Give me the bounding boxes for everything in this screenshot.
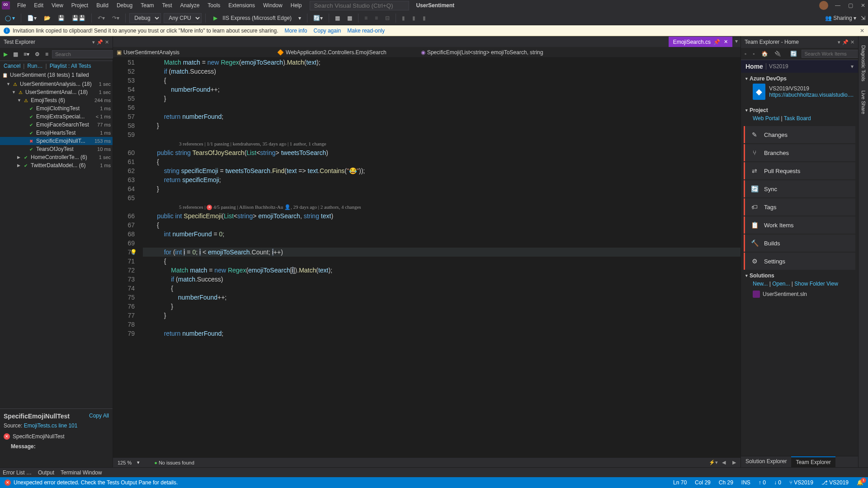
new-project-button[interactable]: 📄▾ (25, 14, 39, 23)
browser-link-button[interactable]: 🔄▾ (311, 14, 325, 23)
playlist-link[interactable]: Playlist : All Tests (50, 63, 91, 69)
lightbulb-icon[interactable]: 💡 (130, 248, 137, 257)
test-tree-item[interactable]: ✔EmojiClothingTest1 ms (0, 104, 113, 113)
test-tree-item[interactable]: ▶✔HomeControllerTe... (6)1 sec (0, 153, 113, 161)
test-tree-item[interactable]: ▶✔TwitterDataModel... (6)1 ms (0, 161, 113, 169)
test-tree-item[interactable]: ▼⚠UserSentimentAnal... (18)1 sec (0, 88, 113, 96)
nav-back-button[interactable]: ◯ ▾ (3, 14, 17, 23)
quick-launch-input[interactable] (310, 1, 409, 10)
run-link[interactable]: Run… (27, 63, 42, 69)
connect-button[interactable]: 🔌 (773, 50, 783, 58)
web-portal-link[interactable]: Web Portal (753, 115, 779, 122)
panel-close-icon[interactable]: ✕ (105, 39, 109, 45)
solutions-header[interactable]: ▾Solutions (745, 272, 854, 279)
diagnostic-tools-tab[interactable]: Diagnostic Tools (861, 45, 866, 81)
close-button[interactable]: ✕ (860, 2, 866, 9)
crumb-method[interactable]: SpecificEmoji(List<string> emojiToSearch… (427, 49, 543, 56)
tile-changes[interactable]: ✎Changes (744, 126, 855, 143)
sharing-button[interactable]: 👥 Sharing ▾ (825, 15, 856, 21)
panel-dropdown-icon[interactable]: ▾ (92, 39, 95, 45)
status-repo[interactable]: ⑂ VS2019 (789, 479, 813, 486)
tile-work-items[interactable]: 📋Work Items (744, 216, 855, 234)
zoom-level[interactable]: 125 % (118, 460, 132, 465)
menu-build[interactable]: Build (93, 0, 112, 10)
copy-again-link[interactable]: Copy again (314, 28, 341, 34)
run-all-button[interactable]: ▶ (2, 50, 9, 59)
new-solution-link[interactable]: New... (753, 281, 768, 287)
notifications-button[interactable]: 🔔1 (857, 479, 863, 486)
open-solution-link[interactable]: Open... (772, 281, 790, 287)
tile-branches[interactable]: ⑂Branches (744, 144, 855, 161)
toolbar-btn-2[interactable]: ▦ (345, 14, 354, 23)
menu-file[interactable]: File (14, 0, 29, 10)
menu-analyze[interactable]: Analyze (177, 0, 203, 10)
menu-help[interactable]: Help (287, 0, 306, 10)
tab-error-list[interactable]: Error List … (3, 469, 32, 476)
panel-dropdown-icon[interactable]: ▾ (838, 39, 840, 45)
maximize-button[interactable]: ▢ (847, 2, 854, 9)
toolbar-btn-3[interactable]: ≡ (362, 14, 370, 23)
status-line[interactable]: Ln 70 (673, 479, 687, 486)
code-area[interactable]: 5152535455565758596061626364656667686970… (113, 58, 741, 457)
solution-item[interactable]: UserSentiment.sln (745, 289, 854, 300)
menu-debug[interactable]: Debug (113, 0, 136, 10)
test-tree-item[interactable]: ▼⚠EmojiTests (6)244 ms (0, 96, 113, 104)
back-button[interactable]: ◦ (743, 50, 748, 58)
test-tree-item[interactable]: ✔EmojiExtraSpecial...< 1 ms (0, 113, 113, 121)
home-button[interactable]: 🏠 (760, 50, 770, 58)
codelens[interactable]: 3 references | 1/1 passing | kendrahaven… (143, 139, 741, 148)
status-push[interactable]: ↑ 0 (759, 479, 766, 486)
redo-button[interactable]: ↷▾ (110, 14, 122, 23)
list-button[interactable]: ≡▾ (22, 50, 31, 59)
status-branch[interactable]: ⎇ VS2019 (821, 479, 849, 486)
tile-builds[interactable]: 🔨Builds (744, 235, 855, 252)
home-dropdown-icon[interactable]: ▾ (851, 63, 854, 70)
settings-button[interactable]: ≡ (43, 50, 50, 59)
cancel-link[interactable]: Cancel (4, 63, 20, 69)
info-close-button[interactable]: ✕ (860, 28, 864, 34)
run-target-dropdown[interactable]: ▾ (296, 14, 303, 23)
tab-output[interactable]: Output (38, 469, 54, 476)
menu-view[interactable]: View (48, 0, 67, 10)
test-tree-item[interactable]: ✖SpecificEmojiNullT...153 ms (0, 137, 113, 145)
toolbar-btn-8[interactable]: ▮ (420, 14, 428, 23)
pin-icon[interactable]: 📌 (97, 39, 103, 45)
open-button[interactable]: 📂 (42, 14, 53, 23)
status-col[interactable]: Col 29 (695, 479, 711, 486)
toolbar-btn-5[interactable]: ⊟ (383, 14, 392, 23)
toolbar-btn-1[interactable]: ▦ (333, 14, 342, 23)
crumb-class[interactable]: WebApplication2.Controllers.EmojiSearch (286, 49, 387, 56)
live-share-tab[interactable]: Live Share (861, 90, 866, 114)
make-readonly-link[interactable]: Make read-only (347, 28, 385, 34)
pin-icon[interactable]: 📌 (842, 39, 849, 45)
azure-devops-header[interactable]: ▾Azure DevOps (745, 75, 854, 82)
test-search-input[interactable] (52, 50, 121, 58)
toolbar-btn-4[interactable]: ≡ (373, 14, 380, 23)
group-button[interactable]: ▦ (11, 50, 20, 59)
panel-close-icon[interactable]: ✕ (850, 39, 854, 45)
save-all-button[interactable]: 💾💾 (70, 14, 88, 23)
menu-team[interactable]: Team (137, 0, 157, 10)
test-tree-item[interactable]: ▼⚠UserSentimentAnalysis... (18)1 sec (0, 80, 113, 88)
tile-settings[interactable]: ⚙Settings (744, 253, 855, 270)
minimize-button[interactable]: — (835, 2, 841, 9)
tab-emojisearch[interactable]: EmojiSearch.cs 📌 ✕ (669, 36, 732, 47)
tab-close-icon[interactable]: ✕ (724, 39, 728, 45)
live-share-icon[interactable]: ⇲ (861, 15, 865, 21)
menu-extensions[interactable]: Extensions (225, 0, 259, 10)
project-header[interactable]: ▾Project (745, 107, 854, 113)
tile-tags[interactable]: 🏷Tags (744, 198, 855, 216)
tab-solution-explorer[interactable]: Solution Explorer (741, 456, 791, 467)
save-button[interactable]: 💾 (56, 14, 67, 23)
crumb-project[interactable]: UserSentimentAnalysis (123, 49, 179, 56)
menu-edit[interactable]: Edit (30, 0, 47, 10)
zoom-dropdown-icon[interactable]: ▾ (137, 460, 140, 465)
menu-test[interactable]: Test (159, 0, 176, 10)
test-tree-item[interactable]: ✔TearsOfJoyTest10 ms (0, 145, 113, 153)
show-folder-link[interactable]: Show Folder View (794, 281, 838, 287)
menu-window[interactable]: Window (259, 0, 286, 10)
test-tree-item[interactable]: ✔EmojiFaceSearchTest77 ms (0, 121, 113, 129)
test-tree-item[interactable]: ✔EmojiHeartsTest1 ms (0, 129, 113, 137)
status-pull[interactable]: ↓ 0 (774, 479, 781, 486)
copy-all-link[interactable]: Copy All (89, 413, 109, 419)
